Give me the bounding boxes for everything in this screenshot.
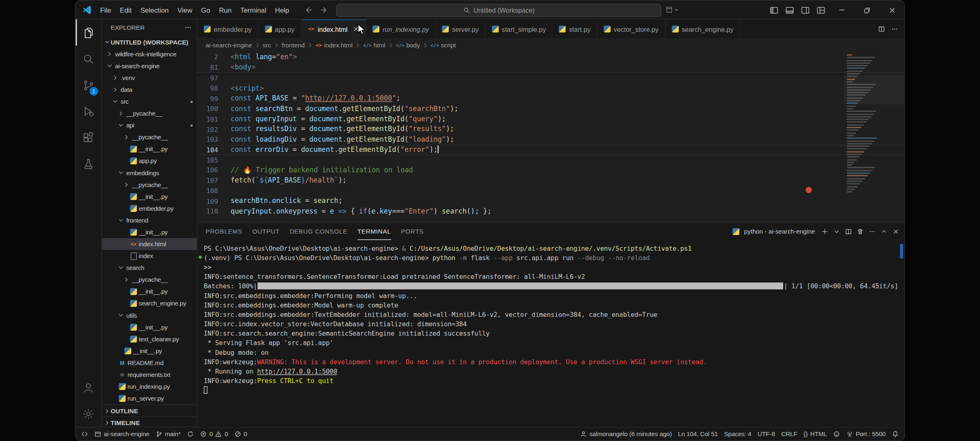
extensions-icon[interactable] (76, 125, 101, 151)
customize-layout-icon[interactable] (816, 5, 826, 15)
accounts-icon[interactable] (76, 374, 101, 401)
layout-dropdown-icon[interactable] (666, 6, 679, 14)
code-editor[interactable]: 2<html lang="en">81<body> 9798<script>99… (198, 52, 904, 223)
tab-index.html[interactable]: <>index.html (301, 19, 366, 38)
settings-gear-icon[interactable] (76, 401, 101, 427)
tab-embedder.py[interactable]: embedder.py (198, 19, 259, 38)
breadcrumb-src[interactable]: src (263, 42, 271, 49)
terminal-scrollbar[interactable] (900, 244, 903, 259)
tree-item-src[interactable]: src● (102, 96, 197, 107)
eol[interactable]: CRLF (778, 428, 801, 441)
panel-tab-terminal[interactable]: TERMINAL (357, 223, 391, 240)
tree-item-search[interactable]: search (102, 262, 197, 274)
kill-terminal-icon[interactable] (857, 228, 864, 235)
breadcrumb-index.html[interactable]: <>index.html (315, 42, 352, 49)
split-terminal-icon[interactable] (845, 228, 852, 235)
tree-item-embedder.py[interactable]: embedder.py (102, 203, 197, 214)
tree-item-ai-search-engine[interactable]: ai-search-engine (102, 60, 197, 72)
back-icon[interactable] (304, 6, 313, 14)
workspace-item[interactable]: ai-search-engine (91, 428, 152, 441)
timeline-section[interactable]: TIMELINE (102, 416, 197, 427)
breadcrumb-ai-search-engine[interactable]: ai-search-engine (206, 42, 252, 49)
close-window-icon[interactable] (880, 1, 904, 20)
tab-app.py[interactable]: app.py (258, 19, 301, 38)
search-view-icon[interactable] (76, 46, 101, 72)
tree-item-__pycache__[interactable]: __pycache__ (102, 131, 197, 143)
tab-vector_store.py[interactable]: vector_store.py (597, 19, 666, 38)
explorer-icon[interactable] (76, 19, 101, 45)
menu-run[interactable]: Run (214, 4, 236, 16)
terminal-instance-label[interactable]: python - ai-search-engine (744, 228, 815, 235)
tree-item-text_cleaner.py[interactable]: text_cleaner.py (102, 333, 197, 345)
tree-item-search_engine.py[interactable]: search_engine.py (102, 298, 197, 310)
maximize-panel-icon[interactable] (881, 228, 888, 235)
run-debug-icon[interactable] (76, 98, 101, 124)
editor-more-icon[interactable] (891, 25, 898, 32)
breadcrumb-body[interactable]: </>body (396, 42, 420, 49)
tree-item-run_server.py[interactable]: run_server.py (102, 392, 197, 404)
command-center[interactable]: Untitled (Workspace) (336, 3, 661, 16)
forward-icon[interactable] (319, 6, 328, 14)
tree-item-__init__.py[interactable]: __init__.py (102, 345, 197, 357)
breadcrumb-frontend[interactable]: frontend (282, 42, 305, 49)
menu-selection[interactable]: Selection (136, 4, 173, 16)
tree-item-__pycache__[interactable]: __pycache__ (102, 179, 197, 191)
tab-start_simple.py[interactable]: start_simple.py (486, 19, 553, 38)
tree-item-wildfire-risk-intelligence[interactable]: wildfire-risk-intelligence (102, 48, 197, 60)
git-branch[interactable]: main* (152, 428, 184, 441)
tab-start.py[interactable]: start.py (553, 19, 597, 38)
extra-counter[interactable]: 0 (231, 428, 250, 441)
tree-item-__init__.py[interactable]: __init__.py (102, 321, 197, 333)
notifications[interactable] (889, 428, 902, 441)
menu-view[interactable]: View (173, 4, 197, 16)
language-mode[interactable]: {}HTML (800, 428, 830, 441)
toggle-secondary-sidebar-icon[interactable] (801, 5, 810, 15)
cursor-position[interactable]: Ln 104, Col 51 (675, 428, 721, 441)
tree-item-README.md[interactable]: MREADME.md (102, 357, 197, 369)
tree-item-run_indexing.py[interactable]: run_indexing.py (102, 381, 197, 392)
feedback[interactable] (830, 428, 843, 441)
tree-item-index.html[interactable]: <>index.html (102, 238, 197, 250)
panel-tab-problems[interactable]: PROBLEMS (206, 223, 243, 240)
tree-item-utils[interactable]: utils (102, 310, 197, 321)
problems[interactable]: 00 (197, 428, 231, 441)
tab-search_engine.py[interactable]: search_engine.py (666, 19, 741, 38)
terminal-more-icon[interactable] (869, 228, 876, 235)
menu-file[interactable]: File (96, 4, 116, 16)
tree-item-data[interactable]: data (102, 84, 197, 96)
tree-item-index[interactable]: index (102, 250, 197, 262)
minimize-icon[interactable] (829, 1, 854, 20)
tree-item-__init__.py[interactable]: __init__.py (102, 226, 197, 238)
tree-item-app.py[interactable]: app.py (102, 155, 197, 167)
source-control-icon[interactable]: 1 (76, 72, 101, 98)
panel-tab-ports[interactable]: PORTS (401, 223, 424, 240)
breadcrumb-html[interactable]: </>html (363, 42, 385, 49)
toggle-sidebar-icon[interactable] (769, 5, 779, 15)
terminal[interactable]: PS C:\Users\Asus\OneDrive\Desktop\ai-sea… (198, 240, 904, 427)
menu-edit[interactable]: Edit (116, 4, 136, 16)
encoding[interactable]: UTF-8 (755, 428, 778, 441)
terminal-dropdown-icon[interactable] (833, 228, 840, 235)
outline-section[interactable]: OUTLINE (102, 404, 197, 416)
tree-item-__init__.py[interactable]: __init__.py (102, 143, 197, 155)
tree-item-__init__.py[interactable]: __init__.py (102, 191, 197, 203)
tree-item-.venv[interactable]: .venv (102, 72, 197, 84)
split-editor-icon[interactable] (878, 25, 885, 32)
new-terminal-icon[interactable] (821, 228, 828, 235)
tree-item-embeddings[interactable]: embeddings (102, 167, 197, 179)
tree-item-requirements.txt[interactable]: ≡requirements.txt (102, 369, 197, 381)
remote-indicator[interactable] (78, 428, 91, 441)
tree-item-api[interactable]: api● (102, 119, 197, 131)
indentation[interactable]: Spaces: 4 (721, 428, 755, 441)
git-blame[interactable]: salmonangelo (6 minutes ago) (577, 428, 675, 441)
toggle-panel-icon[interactable] (785, 5, 794, 15)
menu-go[interactable]: Go (197, 4, 215, 16)
panel-tab-debug-console[interactable]: DEBUG CONSOLE (290, 223, 347, 240)
tree-item-__pycache__[interactable]: __pycache__ (102, 107, 197, 119)
minimap[interactable] (847, 52, 895, 208)
tab-server.py[interactable]: server.py (436, 19, 486, 38)
live-server-port[interactable]: Port : 5500 (843, 428, 889, 441)
restore-icon[interactable] (854, 1, 879, 20)
panel-tab-output[interactable]: OUTPUT (252, 223, 280, 240)
workspace-section-header[interactable]: UNTITLED (WORKSPACE) (102, 36, 197, 48)
